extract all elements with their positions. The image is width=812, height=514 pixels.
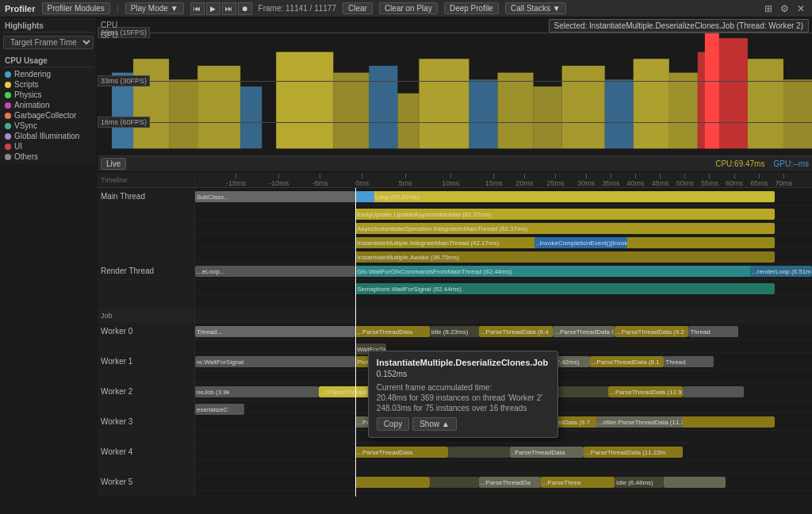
- track-bar[interactable]: Semaphore.WaitForSignal (62.44ms): [355, 283, 775, 294]
- track-bar[interactable]: Idle (6.48ms): [615, 477, 664, 488]
- thread-label-worker-2[interactable]: Worker 2: [98, 383, 194, 401]
- dock-icon[interactable]: ⊞: [762, 2, 775, 15]
- sidebar-item-scripts[interactable]: Scripts: [3, 79, 94, 90]
- step-fwd-btn[interactable]: ⏭: [222, 2, 236, 15]
- track-bar[interactable]: ...ParseThreadData: [355, 326, 429, 337]
- tick-line: [524, 174, 525, 178]
- thread-sub-label[interactable]: [98, 461, 194, 474]
- thread-label-worker-3[interactable]: Worker 3: [98, 413, 194, 431]
- play-btn[interactable]: ▶: [206, 2, 220, 15]
- track-bar[interactable]: ...ParseThreadDa: [479, 477, 541, 488]
- track-bar[interactable]: Idle (8.23ms): [430, 326, 479, 337]
- live-btn[interactable]: Live: [101, 158, 126, 170]
- tick-line: [759, 174, 760, 178]
- tooltip-show-btn[interactable]: Show ▲: [412, 417, 457, 431]
- target-fps-select[interactable]: Target Frame Time: 60 FPS: [3, 36, 94, 49]
- call-stacks-btn[interactable]: Call Stacks ▼: [505, 2, 566, 14]
- track-bar[interactable]: AsyncInstantiateOperation.IntegrateInMai…: [355, 223, 775, 234]
- track-bar[interactable]: ..ParseThreadData: [510, 447, 584, 458]
- track-bar[interactable]: ...ParseThreadData (9.2: [615, 326, 688, 337]
- track-bar[interactable]: ...ParseThreadData (9.4: [479, 326, 553, 337]
- thread-label-main-thread[interactable]: Main Thread: [98, 188, 194, 205]
- ruler-tick: 45ms: [652, 172, 669, 187]
- tick-label: -10ms: [269, 179, 289, 187]
- thread-sub-label[interactable]: [98, 220, 194, 234]
- track-bar[interactable]: [448, 447, 510, 458]
- track-row: [195, 461, 812, 474]
- track-bar[interactable]: [355, 191, 373, 202]
- track-bar[interactable]: ...ParseThreadData (12.91ms): [608, 386, 682, 397]
- track-bar[interactable]: Gfx.WaitForGfxCommandsFromMainThread (62…: [355, 266, 775, 277]
- thread-label-worker-5[interactable]: Worker 5: [98, 474, 194, 491]
- track-bar[interactable]: ...ParseThrea: [541, 477, 615, 488]
- tooltip-detail2: 248.03ms for 75 instances over 16 thread…: [377, 404, 550, 412]
- track-bar[interactable]: ...ParseThreadData l: [553, 326, 615, 337]
- sidebar-item-physics[interactable]: Physics: [3, 90, 94, 100]
- thread-sub-label[interactable]: [98, 401, 194, 413]
- ruler-tick: 60ms: [726, 172, 743, 187]
- thread-label-worker-1[interactable]: Worker 1: [98, 353, 194, 370]
- tick-line: [320, 174, 320, 178]
- sidebar-item-others[interactable]: Others: [3, 152, 94, 162]
- track-bar[interactable]: neJob (3.9k: [195, 386, 319, 397]
- sidebar-item-ui[interactable]: UI: [3, 141, 94, 152]
- ruler-tick: 5ms: [399, 172, 412, 187]
- track-bar[interactable]: ...renderLoop (6.51m: [750, 266, 812, 277]
- clear-btn[interactable]: Clear: [343, 2, 373, 14]
- track-bar[interactable]: ...ParseThreadData (11.22m: [584, 447, 682, 458]
- track-bar[interactable]: ...ParseThreadData (8.1: [590, 356, 664, 367]
- sidebar-item-rendering[interactable]: Rendering: [3, 69, 94, 79]
- track-bar[interactable]: InstantiateMultiple.Awake (36.70ms): [355, 251, 775, 263]
- step-back-btn[interactable]: ⏮: [190, 2, 205, 15]
- track-bar[interactable]: re.WaitForSignal: [195, 356, 355, 367]
- tooltip-copy-btn[interactable]: Copy: [377, 417, 409, 431]
- track-bar[interactable]: Thread: [688, 326, 737, 337]
- profiler-modules-btn[interactable]: Profiler Modules: [42, 2, 110, 14]
- sidebar-item-global-illumination[interactable]: Global Illumination: [3, 131, 94, 141]
- clear-on-play-btn[interactable]: Clear on Play: [379, 2, 438, 14]
- sidebar-item-animation[interactable]: Animation: [3, 100, 94, 110]
- track-bar[interactable]: ...eLoop...: [195, 266, 355, 277]
- thread-sub-label[interactable]: [98, 431, 194, 443]
- track-bar[interactable]: [355, 477, 429, 488]
- thread-sub-label[interactable]: [98, 294, 194, 309]
- close-icon[interactable]: ✕: [795, 2, 807, 15]
- tick-line: [783, 174, 784, 178]
- thread-labels: Main ThreadRender ThreadJobWorker 0Worke…: [98, 188, 194, 497]
- ruler-tick: 15ms: [485, 172, 503, 187]
- thread-label-worker-4[interactable]: Worker 4: [98, 443, 194, 461]
- track-bar[interactable]: Thread...: [195, 326, 355, 337]
- track-bar[interactable]: PlayerLoop (62.97ms): [355, 191, 775, 202]
- svg-rect-2: [133, 59, 169, 148]
- thread-label-render-thread[interactable]: Render Thread: [98, 263, 194, 280]
- track-bar[interactable]: EarlyUpdate.UpdateAsyncInstantiate (62.3…: [355, 209, 775, 220]
- track-bar[interactable]: ...ParseThreadData: [355, 447, 448, 458]
- timeline-body: Timeline Main ThreadRender ThreadJobWork…: [98, 172, 812, 497]
- record-btn[interactable]: ⏺: [238, 2, 252, 15]
- thread-sub-label[interactable]: [98, 234, 194, 248]
- track-row: ...eLoop...Gfx.WaitForGfxCommandsFromMai…: [195, 263, 812, 280]
- category-label: Physics: [14, 90, 41, 99]
- track-bar[interactable]: SubClass...: [195, 191, 355, 202]
- sidebar-item-garbagecollector[interactable]: GarbageCollector: [3, 110, 94, 121]
- track-bar[interactable]: [430, 477, 479, 488]
- play-mode-btn[interactable]: Play Mode ▼: [125, 2, 184, 14]
- track-bar[interactable]: [683, 386, 745, 397]
- thread-sub-label[interactable]: [98, 248, 194, 263]
- track-bar[interactable]: [664, 477, 726, 488]
- track-bar[interactable]: ...ofiler.ParseThreadData (11.33m: [596, 416, 683, 428]
- thread-sub-label[interactable]: [98, 370, 194, 383]
- thread-sub-label[interactable]: [98, 340, 194, 353]
- svg-rect-3: [169, 79, 197, 148]
- settings-icon[interactable]: ⚙: [778, 2, 791, 15]
- thread-label-worker-0[interactable]: Worker 0: [98, 323, 194, 340]
- thread-label-job[interactable]: Job: [98, 309, 194, 323]
- sidebar-item-vsync[interactable]: VSync: [3, 121, 94, 131]
- thread-sub-label[interactable]: [98, 205, 194, 220]
- track-bar[interactable]: ..InvokeCompletionEvent()[Invoke] (19.96…: [534, 237, 627, 248]
- deep-profile-btn[interactable]: Deep Profile: [444, 2, 499, 14]
- thread-sub-label[interactable]: [98, 280, 194, 294]
- track-bar[interactable]: Thread: [664, 356, 713, 367]
- thread-sub-label[interactable]: [98, 491, 194, 497]
- ruler-tick: 70ms: [775, 172, 792, 187]
